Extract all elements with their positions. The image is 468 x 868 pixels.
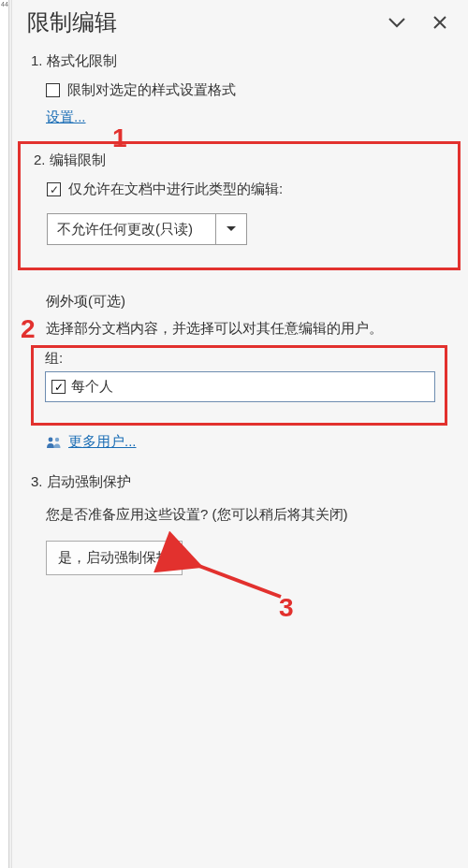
collapse-icon[interactable] [384, 9, 410, 36]
close-icon[interactable] [427, 9, 453, 36]
restrict-editing-panel: 限制编辑 1. 格式化限制 限制对选定的样式设置格式 设置... 2. 编辑限制… [11, 0, 468, 868]
edit-type-value: 不允许任何更改(只读) [48, 214, 216, 244]
more-users-link[interactable]: 更多用户... [68, 433, 137, 451]
edit-restriction-row[interactable]: 仅允许在文档中进行此类型的编辑: [47, 181, 448, 198]
group-field[interactable]: 每个人 [45, 371, 435, 402]
exceptions-desc: 选择部分文档内容，并选择可以对其任意编辑的用户。 [12, 316, 468, 345]
more-users-row[interactable]: 更多用户... [12, 426, 468, 451]
svg-point-0 [49, 437, 53, 441]
ruler-strip: 44 [0, 0, 9, 868]
panel-title: 限制编辑 [27, 7, 367, 37]
annotation-box-2: 组: 每个人 [31, 345, 447, 426]
format-restriction-row[interactable]: 限制对选定的样式设置格式 [46, 81, 468, 99]
group-everyone-checkbox[interactable] [51, 380, 66, 394]
exceptions-heading: 例外项(可选) [12, 270, 468, 316]
format-restriction-label: 限制对选定的样式设置格式 [67, 81, 236, 99]
annotation-box-1: 2. 编辑限制 仅允许在文档中进行此类型的编辑: 不允许任何更改(只读) [18, 141, 461, 270]
edit-type-dropdown[interactable]: 不允许任何更改(只读) [47, 213, 247, 245]
section3-desc: 您是否准备应用这些设置? (您可以稍后将其关闭) [12, 499, 468, 531]
people-icon [46, 436, 63, 449]
svg-point-1 [55, 437, 59, 441]
format-restriction-checkbox[interactable] [46, 83, 60, 97]
panel-header: 限制编辑 [12, 0, 468, 47]
ruler-tick: 44 [0, 0, 9, 9]
section2-heading: 2. 编辑限制 [34, 146, 448, 177]
section1-heading: 1. 格式化限制 [12, 47, 468, 78]
settings-link[interactable]: 设置... [46, 108, 86, 124]
chevron-down-icon[interactable] [216, 214, 246, 244]
enforce-protection-button[interactable]: 是，启动强制保护 [46, 541, 183, 575]
edit-restriction-checkbox[interactable] [47, 182, 61, 196]
group-label: 组: [45, 350, 435, 368]
edit-restriction-label: 仅允许在文档中进行此类型的编辑: [68, 181, 283, 198]
section3-heading: 3. 启动强制保护 [12, 468, 468, 499]
group-everyone-label: 每个人 [71, 378, 113, 396]
